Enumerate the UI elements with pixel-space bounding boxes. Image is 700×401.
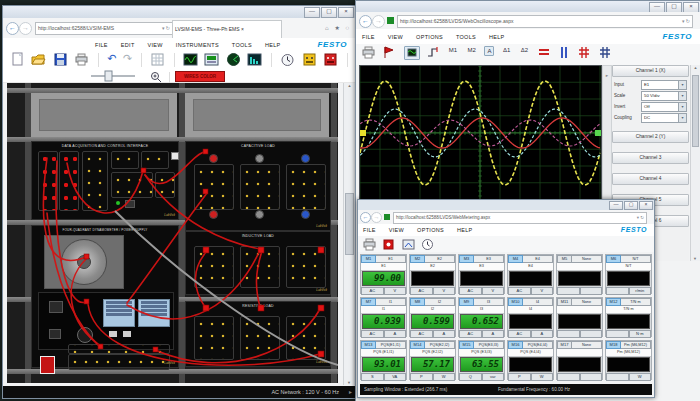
scale-select[interactable]: 50 V/div▾ — [641, 91, 687, 101]
module-red-icon[interactable] — [323, 52, 338, 71]
meter-id-button[interactable]: M12 — [606, 298, 621, 306]
forward-button[interactable]: → — [372, 15, 385, 28]
minimize-button[interactable]: — — [304, 7, 320, 18]
trigger-level-marker[interactable] — [360, 130, 366, 136]
coupling-select[interactable]: DC▾ — [641, 113, 687, 123]
redo-icon[interactable]: ↷ — [123, 52, 132, 65]
zoom-slider[interactable] — [83, 70, 143, 82]
undo-icon[interactable]: ↶ — [107, 52, 116, 65]
meter-mode-button[interactable]: AC — [361, 287, 384, 295]
menu-help[interactable]: HELP — [457, 227, 473, 233]
trigger-icon[interactable] — [426, 45, 440, 64]
meter-unit-button[interactable]: N·m — [629, 330, 652, 338]
meter-function-button[interactable]: I4 — [523, 298, 553, 306]
capacitive-load-module[interactable]: CAPACITIVE LOAD LabVolt — [185, 141, 331, 231]
menu-help[interactable]: HELP — [489, 34, 505, 40]
menu-view[interactable]: VIEW — [388, 34, 403, 40]
metering-titlebar[interactable]: — ▢ × — [358, 200, 654, 210]
daci-module[interactable]: DATA ACQUISITION AND CONTROL INTERFACE L… — [31, 141, 179, 220]
meter-id-button[interactable]: M15 — [459, 341, 474, 349]
meter-unit-button[interactable] — [580, 287, 603, 295]
menu-file[interactable]: FILE — [363, 227, 376, 233]
dynamometer-module[interactable]: FOUR-QUADRANT DYNAMOMETER / POWER SUPPLY… — [31, 225, 179, 368]
maximize-button[interactable]: ▢ — [624, 201, 638, 210]
panel-vscrollbar[interactable]: ▲▼ — [690, 65, 700, 261]
meter-mode-icon[interactable] — [402, 237, 415, 255]
phasor-analyzer-icon[interactable] — [226, 52, 241, 71]
meter-mode-button[interactable]: P — [410, 373, 433, 381]
inductive-load-module[interactable]: INDUCTIVE LOAD LabVolt — [185, 231, 331, 295]
meter-mode-button[interactable]: AC — [508, 330, 531, 338]
meter-function-button[interactable]: E3 — [474, 255, 504, 263]
meter-unit-button[interactable]: V — [531, 287, 554, 295]
open-file-icon[interactable] — [31, 52, 46, 71]
wires-color-button[interactable]: WIRES COLOR — [175, 71, 225, 82]
meter-id-button[interactable]: M18 — [606, 341, 621, 349]
marker2-button[interactable]: M2 — [466, 46, 478, 54]
address-bar[interactable]: http://localhost:62588/LVSIM-EMS▾ ↻ — [35, 22, 173, 35]
meter-mode-button[interactable] — [557, 373, 580, 381]
record-icon[interactable] — [382, 237, 395, 255]
print-icon[interactable] — [361, 45, 376, 64]
meter-id-button[interactable]: M13 — [361, 341, 376, 349]
menu-options[interactable]: OPTIONS — [416, 34, 443, 40]
input-select[interactable]: E1▾ — [641, 80, 687, 90]
meter-unit-button[interactable]: A — [482, 330, 505, 338]
meter-mode-button[interactable]: Q — [459, 373, 482, 381]
metering-tool-icon[interactable] — [204, 52, 219, 71]
meter-mode-button[interactable] — [557, 330, 580, 338]
meter-function-button[interactable]: E2 — [425, 255, 455, 263]
meter-function-button[interactable]: I1 — [376, 298, 406, 306]
meter-function-button[interactable]: PQS(E4,I4) — [523, 341, 553, 349]
harmonic-analyzer-icon[interactable] — [247, 52, 262, 71]
meter-id-button[interactable]: M7 — [361, 298, 376, 306]
meter-function-button[interactable]: E1 — [376, 255, 406, 263]
invert-select[interactable]: Off▾ — [641, 102, 687, 112]
meter-id-button[interactable]: M17 — [557, 341, 572, 349]
meter-id-button[interactable]: M5 — [557, 255, 572, 263]
menu-tools[interactable]: TOOLS — [232, 42, 252, 48]
new-file-icon[interactable] — [10, 52, 25, 71]
hscroll-arrow[interactable]: ► — [348, 386, 353, 398]
resistive-load-module[interactable]: RESISTIVE LOAD LabVolt — [185, 301, 331, 367]
scope-screen[interactable] — [359, 65, 602, 201]
clock-icon[interactable] — [421, 237, 434, 255]
meter-id-button[interactable]: M9 — [459, 298, 474, 306]
close-button[interactable]: × — [639, 201, 653, 210]
print-icon[interactable] — [74, 52, 89, 71]
record-icon[interactable] — [382, 45, 397, 64]
meter-id-button[interactable]: M2 — [410, 255, 425, 263]
minimize-button[interactable]: — — [609, 201, 623, 210]
meter-unit-button[interactable]: V — [433, 287, 456, 295]
horizontal-cursors-icon[interactable] — [537, 45, 551, 64]
oscilloscope-tool-icon[interactable] — [183, 52, 198, 71]
menu-file[interactable]: FILE — [362, 34, 375, 40]
meter-function-button[interactable]: I3 — [474, 298, 504, 306]
meter-function-button[interactable]: T/N·m — [621, 298, 651, 306]
meter-unit-button[interactable]: V — [482, 287, 505, 295]
chronometer-icon[interactable] — [280, 52, 295, 71]
trigger-time-marker[interactable] — [595, 130, 601, 136]
browser-tab[interactable]: LVSIM-EMS - Three-Ph EMS × — [172, 20, 282, 39]
meter-unit-button[interactable]: A — [433, 330, 456, 338]
address-bar[interactable]: http://localhost:62588/LVDS/WebMetering.… — [393, 212, 647, 224]
meter-function-button[interactable]: PQS(E1,I1) — [376, 341, 406, 349]
grid-red-icon[interactable] — [577, 45, 591, 64]
menu-edit[interactable]: EDIT — [121, 42, 135, 48]
meter-function-button[interactable]: None — [572, 255, 602, 263]
meter-unit-button[interactable]: W — [433, 373, 456, 381]
vertical-cursors-icon[interactable] — [557, 45, 571, 64]
meter-unit-button[interactable]: A — [384, 330, 407, 338]
channel-header-collapsed[interactable]: Channel 4 — [612, 173, 689, 185]
delta2-button[interactable]: Δ2 — [519, 46, 530, 54]
meter-mode-button[interactable]: AC — [361, 330, 384, 338]
meter-unit-button[interactable]: A — [531, 330, 554, 338]
meter-function-button[interactable]: PQS(E2,I2) — [425, 341, 455, 349]
meter-mode-button[interactable]: AC — [508, 287, 531, 295]
meter-mode-button[interactable] — [606, 287, 629, 295]
meter-mode-button[interactable] — [606, 373, 629, 381]
meter-mode-button[interactable] — [557, 287, 580, 295]
menu-help[interactable]: HELP — [265, 42, 281, 48]
meter-mode-button[interactable]: S — [361, 373, 384, 381]
meter-mode-button[interactable]: AC — [459, 330, 482, 338]
